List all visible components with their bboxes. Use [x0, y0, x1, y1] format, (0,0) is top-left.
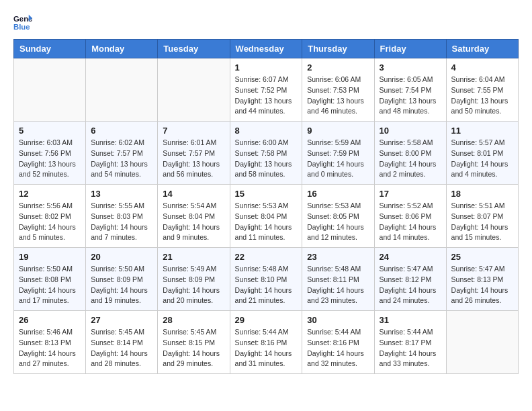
calendar-cell: 12Sunrise: 5:56 AM Sunset: 8:02 PM Dayli…: [14, 185, 86, 248]
day-info: Sunrise: 5:47 AM Sunset: 8:13 PM Dayligh…: [451, 264, 513, 306]
day-number: 14: [163, 189, 224, 199]
calendar-cell: 23Sunrise: 5:48 AM Sunset: 8:11 PM Dayli…: [302, 248, 374, 311]
day-info: Sunrise: 5:50 AM Sunset: 8:08 PM Dayligh…: [19, 264, 81, 306]
day-info: Sunrise: 5:49 AM Sunset: 8:09 PM Dayligh…: [163, 264, 224, 306]
day-info: Sunrise: 5:45 AM Sunset: 8:14 PM Dayligh…: [91, 327, 152, 369]
day-number: 9: [307, 126, 369, 136]
day-info: Sunrise: 5:48 AM Sunset: 8:11 PM Dayligh…: [307, 264, 369, 306]
day-number: 27: [91, 315, 152, 325]
day-info: Sunrise: 5:51 AM Sunset: 8:07 PM Dayligh…: [451, 201, 513, 243]
calendar-cell: 24Sunrise: 5:47 AM Sunset: 8:12 PM Dayli…: [374, 248, 446, 311]
day-info: Sunrise: 5:45 AM Sunset: 8:15 PM Dayligh…: [163, 327, 224, 369]
calendar-cell: 6Sunrise: 6:02 AM Sunset: 7:57 PM Daylig…: [86, 122, 158, 185]
day-number: 17: [380, 189, 441, 199]
day-info: Sunrise: 6:07 AM Sunset: 7:52 PM Dayligh…: [235, 75, 298, 117]
calendar-cell: 16Sunrise: 5:53 AM Sunset: 8:05 PM Dayli…: [302, 185, 374, 248]
day-number: 26: [19, 315, 81, 325]
day-number: 11: [451, 126, 513, 136]
calendar-week-row: 5Sunrise: 6:03 AM Sunset: 7:56 PM Daylig…: [14, 122, 519, 185]
day-number: 15: [235, 189, 298, 199]
calendar-cell: 26Sunrise: 5:46 AM Sunset: 8:13 PM Dayli…: [14, 311, 86, 374]
day-number: 19: [19, 252, 81, 262]
day-info: Sunrise: 5:44 AM Sunset: 8:16 PM Dayligh…: [307, 327, 369, 369]
calendar-cell: 25Sunrise: 5:47 AM Sunset: 8:13 PM Dayli…: [446, 248, 518, 311]
logo-icon: General Blue: [13, 13, 32, 32]
weekday-header-tuesday: Tuesday: [158, 40, 230, 58]
calendar-cell: 11Sunrise: 5:57 AM Sunset: 8:01 PM Dayli…: [446, 122, 518, 185]
calendar-cell: 15Sunrise: 5:53 AM Sunset: 8:04 PM Dayli…: [230, 185, 302, 248]
calendar-cell: 17Sunrise: 5:52 AM Sunset: 8:06 PM Dayli…: [374, 185, 446, 248]
calendar-week-row: 1Sunrise: 6:07 AM Sunset: 7:52 PM Daylig…: [14, 58, 519, 122]
calendar-cell: 5Sunrise: 6:03 AM Sunset: 7:56 PM Daylig…: [14, 122, 86, 185]
calendar-cell: 29Sunrise: 5:44 AM Sunset: 8:16 PM Dayli…: [230, 311, 302, 374]
weekday-header-monday: Monday: [86, 40, 158, 58]
day-info: Sunrise: 5:48 AM Sunset: 8:10 PM Dayligh…: [235, 264, 298, 306]
calendar-cell: 8Sunrise: 6:00 AM Sunset: 7:58 PM Daylig…: [230, 122, 302, 185]
calendar-cell: 1Sunrise: 6:07 AM Sunset: 7:52 PM Daylig…: [230, 58, 302, 122]
day-number: 20: [91, 252, 152, 262]
day-info: Sunrise: 6:03 AM Sunset: 7:56 PM Dayligh…: [19, 138, 81, 180]
weekday-header-saturday: Saturday: [446, 40, 518, 58]
day-number: 24: [380, 252, 441, 262]
day-number: 22: [235, 252, 298, 262]
calendar-cell: 3Sunrise: 6:05 AM Sunset: 7:54 PM Daylig…: [374, 58, 446, 122]
calendar-cell: 14Sunrise: 5:54 AM Sunset: 8:04 PM Dayli…: [158, 185, 230, 248]
calendar-cell: 7Sunrise: 6:01 AM Sunset: 7:57 PM Daylig…: [158, 122, 230, 185]
day-number: 31: [380, 315, 441, 325]
calendar-table: SundayMondayTuesdayWednesdayThursdayFrid…: [13, 39, 519, 374]
calendar-cell: [14, 58, 86, 122]
day-number: 2: [307, 62, 369, 73]
day-info: Sunrise: 5:46 AM Sunset: 8:13 PM Dayligh…: [19, 327, 81, 369]
calendar-cell: 18Sunrise: 5:51 AM Sunset: 8:07 PM Dayli…: [446, 185, 518, 248]
day-number: 30: [307, 315, 369, 325]
day-info: Sunrise: 6:06 AM Sunset: 7:53 PM Dayligh…: [307, 75, 369, 117]
calendar-cell: 20Sunrise: 5:50 AM Sunset: 8:09 PM Dayli…: [86, 248, 158, 311]
day-info: Sunrise: 6:02 AM Sunset: 7:57 PM Dayligh…: [91, 138, 152, 180]
day-info: Sunrise: 5:55 AM Sunset: 8:03 PM Dayligh…: [91, 201, 152, 243]
day-number: 29: [235, 315, 298, 325]
day-number: 25: [451, 252, 513, 262]
calendar-cell: [446, 311, 518, 374]
day-info: Sunrise: 5:53 AM Sunset: 8:04 PM Dayligh…: [235, 201, 298, 243]
calendar-cell: [158, 58, 230, 122]
calendar-cell: 9Sunrise: 5:59 AM Sunset: 7:59 PM Daylig…: [302, 122, 374, 185]
calendar-cell: 28Sunrise: 5:45 AM Sunset: 8:15 PM Dayli…: [158, 311, 230, 374]
weekday-header-thursday: Thursday: [302, 40, 374, 58]
weekday-header-sunday: Sunday: [14, 40, 86, 58]
day-info: Sunrise: 6:01 AM Sunset: 7:57 PM Dayligh…: [163, 138, 224, 180]
calendar-cell: 10Sunrise: 5:58 AM Sunset: 8:00 PM Dayli…: [374, 122, 446, 185]
day-number: 8: [235, 126, 298, 136]
calendar-week-row: 19Sunrise: 5:50 AM Sunset: 8:08 PM Dayli…: [14, 248, 519, 311]
day-number: 28: [163, 315, 224, 325]
calendar-cell: 4Sunrise: 6:04 AM Sunset: 7:55 PM Daylig…: [446, 58, 518, 122]
day-number: 12: [19, 189, 81, 199]
calendar-cell: [86, 58, 158, 122]
day-number: 6: [91, 126, 152, 136]
day-number: 23: [307, 252, 369, 262]
calendar-cell: 31Sunrise: 5:44 AM Sunset: 8:17 PM Dayli…: [374, 311, 446, 374]
day-number: 4: [451, 62, 513, 73]
weekday-header-wednesday: Wednesday: [230, 40, 302, 58]
day-number: 1: [235, 62, 298, 73]
day-number: 10: [380, 126, 441, 136]
page-header: General Blue: [13, 13, 519, 32]
calendar-cell: 21Sunrise: 5:49 AM Sunset: 8:09 PM Dayli…: [158, 248, 230, 311]
day-info: Sunrise: 5:47 AM Sunset: 8:12 PM Dayligh…: [380, 264, 441, 306]
calendar-cell: 13Sunrise: 5:55 AM Sunset: 8:03 PM Dayli…: [86, 185, 158, 248]
day-info: Sunrise: 5:53 AM Sunset: 8:05 PM Dayligh…: [307, 201, 369, 243]
day-number: 5: [19, 126, 81, 136]
logo: General Blue: [13, 13, 35, 32]
day-info: Sunrise: 5:57 AM Sunset: 8:01 PM Dayligh…: [451, 138, 513, 180]
calendar-week-row: 12Sunrise: 5:56 AM Sunset: 8:02 PM Dayli…: [14, 185, 519, 248]
day-number: 3: [380, 62, 441, 73]
day-number: 18: [451, 189, 513, 199]
calendar-cell: 30Sunrise: 5:44 AM Sunset: 8:16 PM Dayli…: [302, 311, 374, 374]
day-number: 16: [307, 189, 369, 199]
day-info: Sunrise: 5:44 AM Sunset: 8:17 PM Dayligh…: [380, 327, 441, 369]
day-info: Sunrise: 6:05 AM Sunset: 7:54 PM Dayligh…: [380, 75, 441, 117]
weekday-header-friday: Friday: [374, 40, 446, 58]
day-number: 7: [163, 126, 224, 136]
calendar-week-row: 26Sunrise: 5:46 AM Sunset: 8:13 PM Dayli…: [14, 311, 519, 374]
svg-text:Blue: Blue: [13, 23, 30, 31]
day-info: Sunrise: 5:54 AM Sunset: 8:04 PM Dayligh…: [163, 201, 224, 243]
